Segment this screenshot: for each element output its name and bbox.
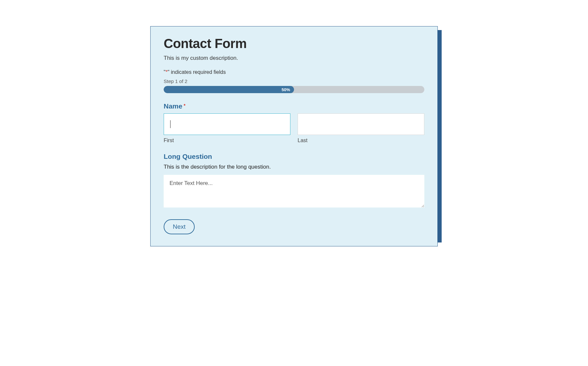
required-note-suffix: " indicates required fields (168, 69, 226, 75)
first-name-column: First (164, 113, 290, 143)
form-description: This is my custom description. (164, 55, 424, 61)
name-row: First Last (164, 113, 424, 143)
last-name-column: Last (298, 113, 424, 143)
long-question-label: Long Question (164, 153, 424, 160)
required-asterisk-icon: * (184, 103, 185, 108)
first-name-input-wrap (164, 113, 290, 135)
name-label-text: Name (164, 102, 182, 110)
progress-percent-label: 50% (282, 87, 294, 92)
text-cursor-icon (170, 120, 171, 128)
step-indicator: Step 1 of 2 (164, 78, 424, 84)
form-wrapper: Contact Form This is my custom descripti… (150, 26, 438, 246)
last-name-input[interactable] (298, 113, 424, 135)
contact-form-card: Contact Form This is my custom descripti… (150, 26, 438, 246)
first-name-sublabel: First (164, 138, 290, 143)
required-fields-note: "*" indicates required fields (164, 69, 424, 75)
name-field-label: Name* (164, 102, 424, 110)
form-title: Contact Form (164, 36, 424, 51)
progress-bar: 50% (164, 86, 424, 93)
next-button[interactable]: Next (164, 219, 195, 234)
first-name-input[interactable] (164, 113, 290, 135)
progress-fill: 50% (164, 86, 294, 93)
long-question-textarea[interactable] (164, 175, 424, 208)
long-question-description: This is the description for the long que… (164, 164, 424, 170)
last-name-sublabel: Last (298, 138, 424, 143)
